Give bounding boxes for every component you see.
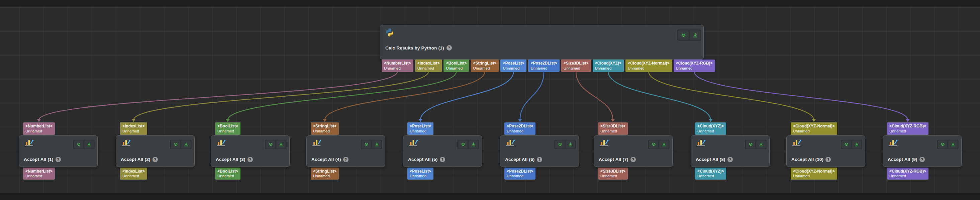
output-port-CloudXYZ[interactable]: <Cloud(XYZ)>Unnamed [593,60,624,72]
output-port[interactable]: <StringList>Unnamed [311,168,339,180]
collapse-ports-button[interactable] [555,140,565,149]
output-port-NumberList[interactable]: <NumberList>Unnamed [382,60,414,72]
step-node-accept-all[interactable]: <Cloud(XYZ)>UnnamedAccept All (8)?<Cloud… [691,122,770,179]
step-node-calc-results-by-python[interactable]: Calc Results by Python (1) ? [380,25,704,60]
output-port-CloudXYZRGB[interactable]: <Cloud(XYZ-RGB)>Unnamed [674,60,715,72]
collapse-ports-button[interactable] [74,140,83,149]
output-port-BoolList[interactable]: <BoolList>Unnamed [444,60,469,72]
help-badge[interactable]: ? [440,157,445,162]
output-port[interactable]: <IndexList>Unnamed [120,168,147,180]
input-port[interactable]: <PoseList>Unnamed [407,122,433,135]
collapse-ports-button[interactable] [842,140,851,149]
step-node-accept-all[interactable]: <Size3DList>UnnamedAccept All (7)?<Size3… [594,122,673,179]
input-port[interactable]: <Cloud(XYZ-Normal)>Unnamed [791,122,837,135]
output-toggle-button[interactable] [756,140,765,149]
output-toggle-button[interactable] [372,140,381,149]
output-port[interactable]: <Size3DList>Unnamed [598,168,628,180]
port-type-label: <NumberList> [384,61,411,66]
input-port[interactable]: <StringList>Unnamed [311,122,339,135]
connection-wire[interactable] [325,71,485,120]
help-badge[interactable]: ? [248,157,253,162]
connection-wire[interactable] [694,71,908,120]
output-toggle-button[interactable] [852,140,861,149]
step-node-body[interactable]: Accept All (5)? [403,135,482,167]
step-node-accept-all[interactable]: <Cloud(XYZ-RGB)>UnnamedAccept All (9)?<C… [883,122,962,179]
connection-wire[interactable] [134,71,428,120]
output-port[interactable]: <Cloud(XYZ)>Unnamed [695,168,726,180]
help-badge[interactable]: ? [727,157,733,162]
output-port[interactable]: <Pose2DList>Unnamed [504,168,536,180]
help-badge[interactable]: ? [153,157,158,162]
collapse-ports-button[interactable] [266,140,275,149]
help-badge[interactable]: ? [920,157,925,162]
connection-wire[interactable] [39,71,397,120]
node-editor-canvas[interactable]: Calc Results by Python (1) ? <NumberList… [0,0,980,200]
collapse-ports-button[interactable] [649,140,658,149]
output-port-CloudXYZNormal[interactable]: <Cloud(XYZ-Normal)>Unnamed [625,60,672,72]
input-port[interactable]: <Size3DList>Unnamed [598,122,628,135]
collapse-ports-button[interactable] [746,140,755,149]
step-node-body[interactable]: Accept All (9)? [883,135,962,167]
node-title: Calc Results by Python (1) [385,46,444,51]
output-toggle-button[interactable] [948,140,958,149]
collapse-ports-button[interactable] [678,30,689,40]
input-port[interactable]: <BoolList>Unnamed [215,122,240,135]
output-port[interactable]: <BoolList>Unnamed [215,168,240,180]
connection-wire[interactable] [576,71,613,120]
output-port-IndexList[interactable]: <IndexList>Unnamed [415,60,442,72]
output-toggle-button[interactable] [84,140,94,149]
step-node-accept-all[interactable]: <BoolList>UnnamedAccept All (3)?<BoolLis… [211,122,290,179]
help-badge[interactable]: ? [826,157,831,162]
help-badge[interactable]: ? [343,157,348,162]
output-toggle-button[interactable] [690,30,700,40]
connection-wire[interactable] [608,71,710,120]
step-node-body[interactable]: Accept All (2)? [116,135,195,167]
step-node-body[interactable]: Accept All (8)? [691,135,770,167]
step-node-accept-all[interactable]: <PoseList>UnnamedAccept All (5)?<PoseLis… [403,122,482,179]
step-node-body[interactable]: Accept All (6)? [500,135,579,167]
step-node-body[interactable]: Accept All (4)? [306,135,385,167]
connection-wire[interactable] [520,71,544,120]
output-port-Size3DList[interactable]: <Size3DList>Unnamed [561,60,591,72]
output-toggle-button[interactable] [469,140,478,149]
collapse-ports-button[interactable] [458,140,468,149]
port-name-label: Unnamed [600,129,625,133]
help-badge[interactable]: ? [537,157,542,162]
output-port-Pose2DList[interactable]: <Pose2DList>Unnamed [528,60,559,72]
input-port[interactable]: <Cloud(XYZ)>Unnamed [695,122,726,135]
output-toggle-button[interactable] [276,140,286,149]
port-name-label: Unnamed [600,174,625,178]
step-node-body[interactable]: Accept All (10)? [786,135,865,167]
help-badge[interactable]: ? [56,157,61,162]
step-node-accept-all[interactable]: <Cloud(XYZ-Normal)>UnnamedAccept All (10… [786,122,865,179]
output-toggle-button[interactable] [181,140,191,149]
step-node-body[interactable]: Accept All (1)? [19,135,98,167]
connection-wire[interactable] [420,71,514,120]
step-node-accept-all[interactable]: <StringList>UnnamedAccept All (4)?<Strin… [306,122,385,179]
output-port[interactable]: <PoseList>Unnamed [407,168,433,180]
output-toggle-button[interactable] [659,140,668,149]
input-port[interactable]: <NumberList>Unnamed [23,122,55,135]
output-toggle-button[interactable] [566,140,575,149]
step-node-accept-all[interactable]: <IndexList>UnnamedAccept All (2)?<IndexL… [116,122,195,179]
port-name-label: Unnamed [446,66,466,71]
output-port[interactable]: <NumberList>Unnamed [23,168,55,180]
collapse-ports-button[interactable] [361,140,371,149]
step-node-body[interactable]: Accept All (3)? [211,135,290,167]
collapse-ports-button[interactable] [938,140,947,149]
input-port[interactable]: <Cloud(XYZ-RGB)>Unnamed [887,122,929,135]
connection-wire[interactable] [649,71,814,120]
output-port-PoseList[interactable]: <PoseList>Unnamed [500,60,527,72]
help-badge[interactable]: ? [447,45,452,51]
collapse-ports-button[interactable] [171,140,180,149]
input-port[interactable]: <IndexList>Unnamed [120,122,147,135]
input-port[interactable]: <Pose2DList>Unnamed [504,122,536,135]
help-badge[interactable]: ? [630,157,636,162]
output-port[interactable]: <Cloud(XYZ-RGB)>Unnamed [887,168,929,180]
step-node-accept-all[interactable]: <Pose2DList>UnnamedAccept All (6)?<Pose2… [500,122,579,179]
output-port[interactable]: <Cloud(XYZ-Normal)>Unnamed [791,168,837,180]
output-port-StringList[interactable]: <StringList>Unnamed [471,60,499,72]
step-node-accept-all[interactable]: <NumberList>UnnamedAccept All (1)?<Numbe… [19,122,98,179]
connection-wire[interactable] [228,71,456,120]
step-node-body[interactable]: Accept All (7)? [594,135,673,167]
